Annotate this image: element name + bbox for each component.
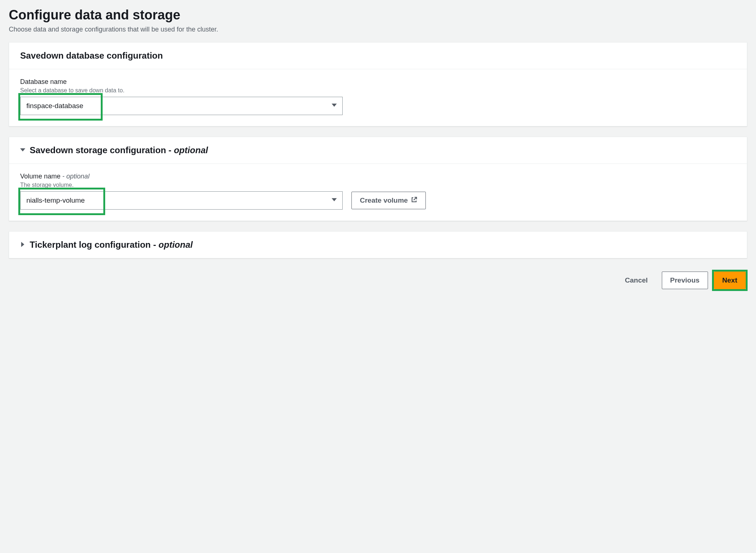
savedown-database-panel-header: Savedown database configuration <box>9 43 747 69</box>
database-name-select[interactable]: finspace-database <box>20 97 343 115</box>
savedown-database-panel-title: Savedown database configuration <box>20 51 163 61</box>
database-name-select-wrap: finspace-database <box>20 97 343 115</box>
tickerplant-title-dash: - <box>153 240 159 250</box>
volume-name-select-value: nialls-temp-volume <box>26 196 85 204</box>
savedown-storage-title-prefix: Savedown storage configuration <box>30 145 169 155</box>
savedown-storage-title-dash: - <box>169 145 174 155</box>
savedown-storage-title-optional: optional <box>174 145 208 155</box>
volume-field-row: nialls-temp-volume Create volume <box>20 191 736 210</box>
volume-name-label-prefix: Volume name <box>20 173 62 180</box>
savedown-storage-panel-title: Savedown storage configuration - optiona… <box>30 145 208 155</box>
next-button-label: Next <box>722 276 737 284</box>
tickerplant-panel: Tickerplant log configuration - optional <box>9 231 747 258</box>
cancel-button[interactable]: Cancel <box>617 272 656 289</box>
external-link-icon <box>411 196 417 205</box>
savedown-storage-panel: Savedown storage configuration - optiona… <box>9 137 747 221</box>
database-name-hint: Select a database to save down data to. <box>20 87 736 94</box>
tickerplant-title-prefix: Tickerplant log configuration <box>30 240 153 250</box>
database-name-label: Database name <box>20 78 736 86</box>
caret-right-icon <box>20 242 25 248</box>
previous-button-label: Previous <box>670 276 700 284</box>
volume-name-select-wrap: nialls-temp-volume <box>20 191 343 210</box>
next-button[interactable]: Next <box>714 272 746 289</box>
tickerplant-title-optional: optional <box>159 240 193 250</box>
volume-name-label-optional: optional <box>66 173 89 180</box>
page-header: Configure data and storage Choose data a… <box>9 7 747 33</box>
savedown-database-panel: Savedown database configuration Database… <box>9 42 747 126</box>
caret-down-icon <box>20 147 25 154</box>
page-title: Configure data and storage <box>9 7 747 23</box>
volume-name-label: Volume name - optional <box>20 173 736 180</box>
savedown-storage-panel-body: Volume name - optional The storage volum… <box>9 164 747 221</box>
volume-name-label-dash: - <box>62 173 66 180</box>
next-button-highlight: Next <box>714 272 746 289</box>
tickerplant-panel-header: Tickerplant log configuration - optional <box>9 232 747 258</box>
create-volume-button[interactable]: Create volume <box>351 192 426 209</box>
page-subtitle: Choose data and storage configurations t… <box>9 26 747 33</box>
footer-actions: Cancel Previous Next <box>9 269 747 298</box>
savedown-database-panel-body: Database name Select a database to save … <box>9 69 747 126</box>
savedown-storage-panel-header: Savedown storage configuration - optiona… <box>9 137 747 164</box>
volume-name-hint: The storage volume. <box>20 182 736 188</box>
create-volume-button-label: Create volume <box>360 196 408 204</box>
cancel-button-label: Cancel <box>625 276 648 284</box>
savedown-storage-toggle[interactable] <box>20 147 25 154</box>
tickerplant-toggle[interactable] <box>20 242 25 248</box>
previous-button[interactable]: Previous <box>662 272 708 289</box>
database-name-select-value: finspace-database <box>26 102 83 110</box>
volume-name-select[interactable]: nialls-temp-volume <box>20 191 343 210</box>
tickerplant-panel-title: Tickerplant log configuration - optional <box>30 240 193 250</box>
